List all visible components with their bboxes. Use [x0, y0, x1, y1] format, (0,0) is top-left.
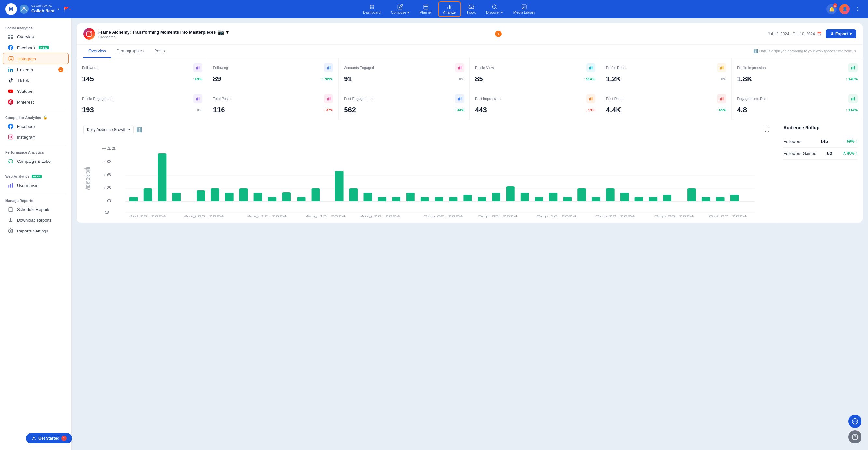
nav-dashboard-label: Dashboard [363, 10, 381, 14]
svg-rect-104 [521, 193, 529, 201]
stat-label-text: Post Reach [606, 97, 625, 101]
nav-compose[interactable]: Compose ▾ [386, 2, 414, 17]
svg-rect-32 [327, 67, 328, 69]
svg-rect-4 [372, 7, 374, 9]
stat-change: ↑ 34% [454, 108, 464, 112]
rollup-gained-row: Followers Gained 62 7.7K% ↑ [783, 147, 858, 160]
svg-rect-92 [349, 188, 358, 201]
svg-rect-90 [312, 188, 320, 201]
svg-text:Aug 05, 2024: Aug 05, 2024 [184, 215, 224, 218]
sidebar-item-campaign[interactable]: Campaign & Label [3, 156, 69, 166]
nav-media-library[interactable]: Media Library [509, 2, 540, 16]
sidebar-item-instagram[interactable]: Instagram [3, 53, 69, 64]
stat-icon [193, 63, 203, 72]
svg-text:Sep 30, 2024: Sep 30, 2024 [654, 215, 694, 218]
get-started-badge: 1 [61, 436, 67, 441]
stat-change: 0% [197, 108, 203, 112]
help-fab-button[interactable] [848, 430, 862, 444]
sidebar-item-reports-settings[interactable]: Reports Settings [3, 226, 69, 236]
nav-discover-label: Discover ▾ [486, 10, 503, 15]
tab-posts[interactable]: Posts [149, 45, 170, 58]
chart-dropdown[interactable]: Daily Audience Growth ▾ [83, 125, 134, 134]
svg-rect-33 [328, 67, 329, 70]
stat-card-following: Following 89 ↑ 709% [208, 58, 339, 89]
svg-rect-11 [8, 37, 10, 39]
pinterest-label: Pinterest [17, 100, 33, 105]
reports-settings-label: Reports Settings [17, 229, 48, 233]
workspace-name: Collab Nest [31, 8, 55, 14]
rollup-followers-change: 69% ↑ [847, 139, 858, 144]
header-right: Jul 12, 2024 - Oct 10, 2024 📅 ⬇ Export ▾ [768, 29, 856, 38]
calendar-icon[interactable]: 📅 [817, 32, 822, 36]
svg-rect-78 [129, 197, 138, 201]
svg-rect-82 [196, 191, 205, 201]
svg-rect-50 [327, 99, 328, 100]
nav-discover[interactable]: Discover ▾ [482, 2, 507, 17]
flag-button[interactable]: 🚩● [63, 5, 72, 14]
chart-dropdown-chevron: ▾ [128, 127, 130, 132]
notifications-button[interactable]: 🔔 28 [826, 4, 837, 14]
sidebar-item-overview[interactable]: Overview [3, 32, 69, 42]
sidebar-item-download[interactable]: Download Reports [3, 215, 69, 225]
sidebar-item-usermaven[interactable]: Usermaven [3, 180, 69, 191]
sidebar-item-comp-instagram[interactable]: Instagram [3, 132, 69, 142]
sidebar-item-comp-facebook[interactable]: Facebook [3, 121, 69, 132]
youtube-icon [8, 88, 14, 94]
workspace-selector[interactable]: WORKSPACE Collab Nest ▾ [20, 5, 59, 14]
campaign-label: Campaign & Label [17, 159, 52, 164]
stat-icon [324, 63, 333, 72]
sidebar-item-tiktok[interactable]: TikTok [3, 75, 69, 86]
stat-card-post-impression: Post Impression 443 ↓ 59% [470, 89, 601, 119]
account-avatar [83, 28, 95, 40]
stat-card-profile-reach: Profile Reach 1.2K 0% [601, 58, 732, 89]
svg-point-16 [8, 67, 9, 68]
competitor-analytics-section: Competitor Analytics 🔒 [0, 113, 71, 121]
nav-analyze[interactable]: Analyze [438, 1, 461, 17]
sidebar-item-youtube[interactable]: Youtube [3, 86, 69, 96]
stat-label-text: Total Posts [213, 97, 231, 101]
stat-icon [717, 63, 726, 72]
stat-card-total-posts: Total Posts 116 ↓ 37% [208, 89, 339, 119]
main-content: Frame Alchemy: Transforming Moments Into… [71, 18, 868, 450]
analytics-card: Frame Alchemy: Transforming Moments Into… [77, 23, 863, 223]
notification-badge: 28 [833, 3, 837, 8]
export-button[interactable]: ⬇ Export ▾ [826, 29, 856, 38]
svg-rect-36 [459, 67, 460, 70]
more-options-button[interactable]: ⋮ [852, 4, 863, 14]
usermaven-icon [8, 182, 14, 188]
tab-overview[interactable]: Overview [83, 45, 111, 58]
svg-point-132 [854, 421, 854, 422]
stat-card-profile-view: Profile View 85 ↑ 554% [470, 58, 601, 89]
account-dropdown-icon[interactable]: ▾ [226, 29, 229, 35]
chat-fab-button[interactable] [848, 415, 862, 428]
timezone-info: ℹ️ Data is displayed according to your w… [753, 49, 856, 53]
user-avatar[interactable]: 👤 [839, 4, 850, 14]
stat-label-text: Accounts Engaged [344, 66, 374, 70]
nav-dashboard[interactable]: Dashboard [359, 2, 385, 16]
svg-rect-39 [590, 67, 591, 70]
sidebar-item-pinterest[interactable]: Pinterest [3, 97, 69, 107]
tab-demographics[interactable]: Demographics [111, 45, 149, 58]
svg-rect-10 [11, 34, 13, 36]
nav-inbox[interactable]: Inbox [462, 2, 480, 16]
svg-point-6 [492, 5, 496, 8]
svg-rect-93 [363, 193, 372, 201]
svg-rect-37 [461, 66, 461, 69]
sidebar-item-facebook[interactable]: Facebook NEW [3, 42, 69, 53]
usermaven-label: Usermaven [17, 183, 38, 188]
nav-items: Dashboard Compose ▾ Planner Analyze Inbo… [74, 1, 824, 17]
get-started-button[interactable]: Get Started 1 [26, 433, 72, 444]
stat-label-text: Profile Impression [737, 66, 766, 70]
sidebar-item-schedule[interactable]: Schedule Reports [3, 204, 69, 215]
nav-planner[interactable]: Planner [415, 2, 437, 16]
stat-change: 0% [459, 77, 464, 81]
account-name: Frame Alchemy: Transforming Moments Into… [98, 30, 216, 34]
svg-point-19 [10, 136, 11, 138]
svg-point-133 [855, 421, 856, 422]
sidebar-item-linkedin[interactable]: LinkedIn 2 [3, 64, 69, 75]
chart-expand-button[interactable]: ⛶ [762, 125, 771, 134]
lock-icon: 🔒 [43, 115, 48, 119]
svg-rect-63 [853, 98, 854, 101]
svg-rect-64 [854, 97, 855, 100]
app-logo[interactable]: M [5, 3, 17, 15]
